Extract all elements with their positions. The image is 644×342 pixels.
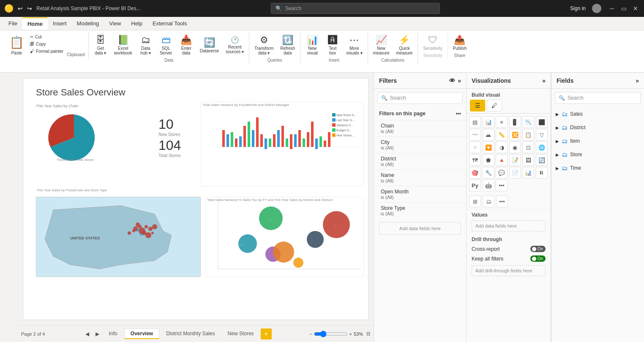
viz-bar-icon[interactable]: 📊 — [483, 116, 494, 128]
viz-image-icon[interactable]: 🖼 — [522, 154, 534, 166]
field-group-item-header[interactable]: ▶ 🗂 Item — [551, 136, 644, 146]
new-visual-button[interactable]: 📊 Newvisual — [303, 34, 322, 57]
global-search[interactable]: 🔍 Search — [271, 3, 440, 14]
zoom-slider[interactable] — [314, 331, 348, 337]
viz-stacked-col-icon[interactable]: ⬛ — [536, 116, 548, 128]
field-group-store-header[interactable]: ▶ 🗂 Store — [551, 149, 644, 160]
viz-waterfall-icon[interactable]: 📋 — [522, 129, 534, 141]
viz-shape-map-icon[interactable]: ⬟ — [483, 154, 494, 166]
tab-new-stores[interactable]: New Stores — [222, 329, 260, 339]
enter-data-button[interactable]: 📥 Enterdata — [177, 34, 196, 57]
fit-page-btn[interactable]: ⊡ — [366, 331, 370, 337]
menu-home[interactable]: Home — [22, 17, 48, 30]
report-canvas[interactable]: Store Sales Overview This Year Sales by … — [23, 78, 368, 320]
new-measure-button[interactable]: 📈 Newmeasure — [371, 34, 392, 57]
field-group-sales-header[interactable]: ▶ 🗂 Sales — [551, 109, 644, 119]
filter-city[interactable]: City is (All) — [374, 136, 466, 153]
recent-sources-button[interactable]: 🕐 Recentsources ▾ — [223, 34, 246, 57]
viz-filter-icon[interactable]: 🔽 — [483, 141, 494, 153]
filter-chain[interactable]: Chain is (All) — [374, 120, 466, 136]
viz-expand-icon[interactable]: » — [542, 77, 546, 84]
redo-btn[interactable]: ↪ — [27, 5, 32, 12]
refresh-data-button[interactable]: 🔃 Refreshdata — [278, 34, 297, 57]
viz-col-icon[interactable]: 📉 — [522, 116, 534, 128]
viz-scatter-icon[interactable]: ⁘ — [469, 141, 481, 153]
viz-decomp-tree-icon[interactable]: 🔺 — [496, 154, 508, 166]
filters-section-menu[interactable]: ••• — [456, 111, 461, 117]
viz-card-icon[interactable]: 🎯 — [469, 167, 481, 179]
zoom-in-btn[interactable]: + — [349, 331, 352, 337]
viz-table-icon[interactable]: ▤ — [469, 116, 481, 128]
filter-eye-icon[interactable]: 👁 — [449, 77, 455, 84]
user-avatar[interactable] — [592, 4, 601, 13]
zoom-out-btn[interactable]: − — [309, 331, 312, 337]
viz-treemap-icon[interactable]: ⊡ — [522, 141, 534, 153]
sensitivity-button[interactable]: 🛡 Sensitivity — [420, 34, 445, 52]
more-visuals-button[interactable]: ⋯ Morevisuals ▾ — [344, 34, 365, 57]
viz-ai-icon[interactable]: 🤖 — [483, 179, 494, 191]
undo-btn[interactable]: ↩ — [18, 5, 23, 12]
filter-store-type[interactable]: Store Type is (All) — [374, 202, 466, 219]
viz-line-icon[interactable]: 〰 — [469, 129, 481, 141]
sql-server-button[interactable]: 🗃 SQLServer — [157, 34, 175, 57]
viz-filled-map-icon[interactable]: 🗺 — [469, 154, 481, 166]
keep-filters-toggle[interactable]: On — [530, 255, 546, 262]
menu-insert[interactable]: Insert — [48, 18, 72, 29]
copy-button[interactable]: 🗐 Copy — [28, 41, 65, 47]
viz-area-icon[interactable]: ⛰ — [483, 129, 494, 141]
text-box-button[interactable]: 🅰 Textbox — [323, 34, 342, 57]
viz-tab-format[interactable]: 🖊 — [487, 100, 502, 111]
tab-overview[interactable]: Overview — [124, 328, 159, 339]
paste-button[interactable]: 📋 Paste — [7, 34, 27, 57]
field-group-time-header[interactable]: ▶ 🗂 Time — [551, 163, 644, 173]
menu-help[interactable]: Help — [126, 18, 147, 29]
tab-district-monthly-sales[interactable]: District Monthly Sales — [160, 329, 221, 339]
publish-button[interactable]: 📤 Publish — [450, 34, 469, 52]
viz-stacked-bar-icon[interactable]: ≡ — [496, 116, 508, 128]
add-page-btn[interactable]: + — [261, 328, 272, 339]
field-group-district-header[interactable]: ▶ 🗂 District — [551, 122, 644, 133]
next-page-btn[interactable]: ▶ — [93, 329, 102, 339]
fields-expand-icon[interactable]: » — [636, 77, 639, 84]
viz-qna-icon[interactable]: 💬 — [496, 167, 508, 179]
viz-smart-narrative-icon[interactable]: 📊 — [522, 167, 534, 179]
transform-data-button[interactable]: ⚙ Transformdata ▾ — [252, 34, 276, 57]
viz-add-data[interactable]: Add data fields here — [472, 220, 546, 231]
viz-pie-icon[interactable]: ◑ — [496, 141, 508, 153]
fields-search[interactable]: 🔍 Search — [555, 92, 641, 104]
close-btn[interactable]: ✕ — [631, 4, 640, 13]
viz-slicer-icon[interactable]: ⊞ — [469, 195, 481, 207]
viz-tab-build[interactable]: ☰ — [470, 100, 485, 111]
filter-name[interactable]: Name is (All) — [374, 169, 466, 186]
signin-label[interactable]: Sign in — [570, 5, 586, 11]
filter-district[interactable]: District is (All) — [374, 153, 466, 169]
maximize-btn[interactable]: ▭ — [619, 4, 628, 13]
format-painter-button[interactable]: 🖌 Format painter — [28, 48, 65, 54]
cross-report-toggle[interactable]: On — [530, 246, 546, 252]
viz-100-bar-icon[interactable]: ▊ — [509, 116, 521, 128]
menu-view[interactable]: View — [104, 18, 126, 29]
viz-python-icon[interactable]: Py — [469, 179, 481, 191]
viz-line-bar-icon[interactable]: 📏 — [496, 129, 508, 141]
tab-info[interactable]: Info — [103, 329, 123, 339]
filter-expand-icon[interactable]: » — [458, 77, 461, 84]
viz-map-icon[interactable]: 🌐 — [536, 141, 548, 153]
filter-open-month[interactable]: Open Month is (All) — [374, 186, 466, 202]
filters-add-fields[interactable]: Add data fields here — [379, 222, 461, 235]
cut-button[interactable]: ✂ Cut — [28, 34, 65, 40]
menu-external-tools[interactable]: External Tools — [147, 18, 192, 29]
viz-text-icon[interactable]: 📝 — [509, 154, 521, 166]
viz-ribbon-icon[interactable]: 🔀 — [509, 129, 521, 141]
filters-search[interactable]: 🔍 Search — [377, 92, 463, 104]
quick-measure-button[interactable]: ⚡ Quickmeasure — [394, 34, 415, 57]
viz-kpi-icon[interactable]: 🔧 — [483, 167, 494, 179]
viz-more2-icon[interactable]: ••• — [496, 195, 508, 207]
viz-r-icon[interactable]: R — [536, 167, 548, 179]
viz-donut-icon[interactable]: ◉ — [509, 141, 521, 153]
minimize-btn[interactable]: ─ — [608, 4, 616, 13]
dataverse-button[interactable]: 🔄 Dataverse — [197, 34, 222, 57]
viz-more-icon[interactable]: ••• — [496, 179, 508, 191]
data-hub-button[interactable]: 🗂 Datahub ▾ — [136, 34, 155, 57]
get-data-button[interactable]: 🗄 Getdata ▾ — [91, 34, 110, 57]
viz-paginated-icon[interactable]: 📄 — [509, 167, 521, 179]
